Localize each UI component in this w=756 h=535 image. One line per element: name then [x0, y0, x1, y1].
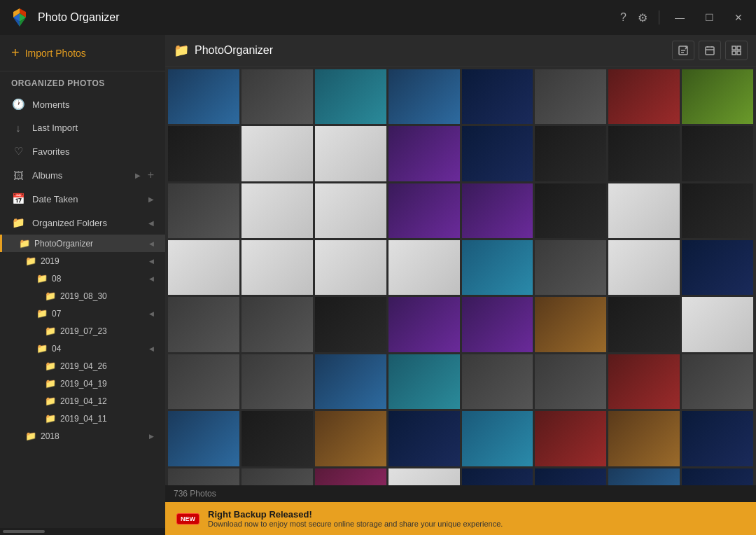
photo-cell[interactable]: [608, 354, 680, 409]
tree-item-2019-07-23[interactable]: 📁 2019_07_23: [0, 322, 165, 340]
photo-cell[interactable]: [462, 354, 533, 409]
photo-cell[interactable]: [315, 183, 386, 238]
sidebar-item-favorites[interactable]: ♡ Favorites: [0, 139, 165, 163]
sidebar-item-organized-folders[interactable]: 📁 Organized Folders ◀: [0, 211, 165, 235]
tree-item-2019-08-30[interactable]: 📁 2019_08_30: [0, 287, 165, 305]
sidebar-item-date-taken[interactable]: 📅 Date Taken ▶: [0, 187, 165, 211]
minimize-button[interactable]: —: [671, 8, 689, 27]
photo-cell[interactable]: [388, 183, 460, 238]
photo-cell[interactable]: [608, 126, 680, 181]
photo-cell[interactable]: [241, 354, 313, 409]
photo-cell[interactable]: [388, 240, 460, 295]
photo-cell[interactable]: [168, 354, 239, 409]
grid-view-button[interactable]: [725, 41, 748, 60]
tree-item-2019-04-11[interactable]: 📁 2019_04_11: [0, 410, 165, 427]
photo-cell[interactable]: [462, 297, 533, 352]
tree-item-2019-04-12[interactable]: 📁 2019_04_12: [0, 392, 165, 410]
photo-cell[interactable]: [682, 240, 753, 295]
photo-cell[interactable]: [608, 297, 680, 352]
photo-cell[interactable]: [241, 69, 313, 124]
photo-cell[interactable]: [168, 126, 239, 181]
tree-item-2019-04-19[interactable]: 📁 2019_04_19: [0, 375, 165, 392]
tree-item-photoorganizer[interactable]: 📁 PhotoOrganizer ◀: [0, 235, 165, 252]
photo-cell[interactable]: [315, 411, 386, 466]
photo-cell[interactable]: [315, 297, 386, 352]
photo-cell[interactable]: [682, 126, 753, 181]
photo-cell[interactable]: [682, 183, 753, 238]
photo-cell[interactable]: [388, 354, 460, 409]
tree-item-08[interactable]: 📁 08 ◀: [0, 270, 165, 287]
photo-cell[interactable]: [315, 240, 386, 295]
tree-item-2018[interactable]: 📁 2018 ▶: [0, 427, 165, 445]
sidebar-item-moments[interactable]: 🕐 Moments: [0, 92, 165, 116]
photo-cell[interactable]: [168, 69, 239, 124]
photo-cell[interactable]: [462, 468, 533, 485]
photo-cell[interactable]: [315, 126, 386, 181]
settings-icon[interactable]: ⚙: [638, 11, 648, 25]
photo-cell[interactable]: [388, 297, 460, 352]
photo-cell[interactable]: [608, 468, 680, 485]
photo-cell[interactable]: [241, 183, 313, 238]
photo-cell[interactable]: [315, 468, 386, 485]
new-badge: NEW: [176, 513, 200, 524]
photo-cell[interactable]: [168, 183, 239, 238]
photo-cell[interactable]: [535, 183, 606, 238]
calendar-button[interactable]: [699, 41, 721, 60]
photo-cell[interactable]: [608, 411, 680, 466]
photo-cell[interactable]: [682, 297, 753, 352]
maximize-button[interactable]: ☐: [700, 8, 718, 27]
tree-item-2019[interactable]: 📁 2019 ◀: [0, 252, 165, 270]
notification-title: Right Backup Released!: [208, 509, 503, 520]
photo-cell[interactable]: [241, 468, 313, 485]
photo-cell[interactable]: [462, 240, 533, 295]
photo-cell[interactable]: [682, 354, 753, 409]
photo-cell[interactable]: [388, 411, 460, 466]
photo-cell[interactable]: [535, 240, 606, 295]
help-icon[interactable]: ?: [620, 11, 626, 24]
photo-cell[interactable]: [168, 240, 239, 295]
import-photos-button[interactable]: + Import Photos: [0, 35, 165, 71]
export-button[interactable]: [672, 41, 694, 60]
photo-cell[interactable]: [682, 69, 753, 124]
svg-rect-3: [732, 46, 736, 50]
photo-cell[interactable]: [241, 297, 313, 352]
photo-cell[interactable]: [388, 468, 460, 485]
sidebar-item-last-import[interactable]: ↓ Last Import: [0, 116, 165, 139]
photo-cell[interactable]: [462, 183, 533, 238]
photo-cell[interactable]: [535, 69, 606, 124]
photo-cell[interactable]: [608, 69, 680, 124]
photo-cell[interactable]: [388, 126, 460, 181]
tree-item-07[interactable]: 📁 07 ◀: [0, 305, 165, 322]
photo-cell[interactable]: [608, 183, 680, 238]
tree-item-04[interactable]: 📁 04 ◀: [0, 340, 165, 357]
photo-cell[interactable]: [168, 297, 239, 352]
albums-add-icon[interactable]: +: [148, 169, 154, 181]
photo-cell[interactable]: [535, 126, 606, 181]
photo-cell[interactable]: [168, 411, 239, 466]
photo-cell[interactable]: [535, 468, 606, 485]
date-taken-label: Date Taken: [32, 194, 141, 204]
photo-cell[interactable]: [535, 411, 606, 466]
photo-cell[interactable]: [535, 354, 606, 409]
photo-grid-container[interactable]: [165, 67, 756, 485]
sidebar-hscroll[interactable]: [0, 528, 165, 535]
photo-cell[interactable]: [682, 411, 753, 466]
tree-arrow: ◀: [149, 310, 154, 317]
photo-cell[interactable]: [682, 468, 753, 485]
photo-cell[interactable]: [462, 411, 533, 466]
photo-cell[interactable]: [241, 126, 313, 181]
tree-item-2019-04-26[interactable]: 📁 2019_04_26: [0, 357, 165, 375]
photo-cell[interactable]: [535, 297, 606, 352]
photo-cell[interactable]: [241, 411, 313, 466]
photo-cell[interactable]: [241, 240, 313, 295]
photo-cell[interactable]: [388, 69, 460, 124]
photo-cell[interactable]: [315, 69, 386, 124]
photo-cell[interactable]: [315, 354, 386, 409]
sidebar-item-albums[interactable]: 🖼 Albums ▶ +: [0, 163, 165, 187]
close-button[interactable]: ✕: [729, 8, 748, 27]
photo-cell[interactable]: [462, 69, 533, 124]
photo-cell[interactable]: [608, 240, 680, 295]
svg-rect-6: [737, 51, 741, 55]
photo-cell[interactable]: [462, 126, 533, 181]
photo-cell[interactable]: [168, 468, 239, 485]
